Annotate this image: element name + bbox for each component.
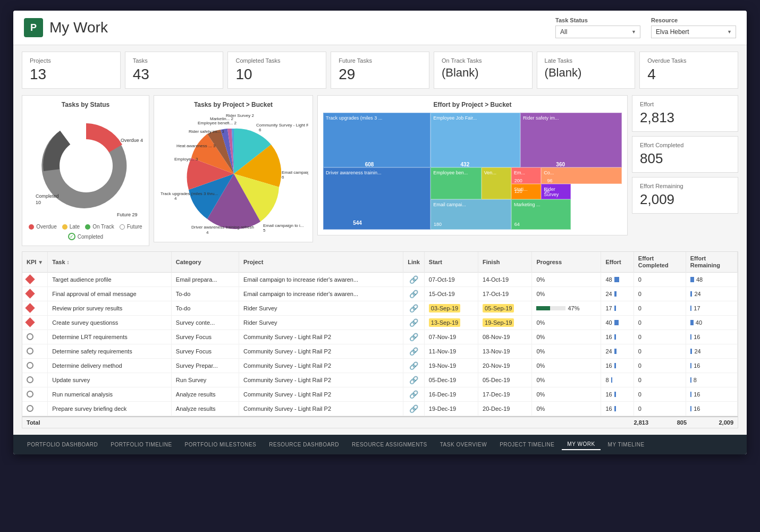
task-sort-icon[interactable]: ↕ [67, 259, 70, 265]
link-cell[interactable]: 🔗 [403, 330, 425, 344]
col-start[interactable]: Start [424, 252, 478, 273]
kpi-sort-icon[interactable]: ▼ [38, 259, 43, 265]
pie-label-2b: 6 [282, 175, 284, 180]
col-task[interactable]: Task ↕ [48, 252, 172, 273]
task-status-filter-group: Task Status All [555, 17, 640, 38]
link-cell[interactable]: 🔗 [403, 316, 425, 330]
task-status-label: Task Status [555, 17, 640, 23]
link-icon[interactable]: 🔗 [409, 376, 418, 384]
treemap-val-10: 120 [514, 189, 522, 194]
kpi-completed-tasks: Completed Tasks 10 [227, 52, 326, 89]
finish-date: 05-Dec-19 [483, 377, 510, 383]
link-icon[interactable]: 🔗 [409, 404, 418, 413]
progress-cell-wrap: 0% [532, 273, 601, 287]
tab-portfolio-dashboard[interactable]: PORTFOLIO DASHBOARD [22, 440, 103, 450]
link-icon[interactable]: 🔗 [409, 361, 418, 370]
progress-zero: 0% [536, 319, 545, 326]
treemap-cell-6-label: Ven... [484, 170, 496, 175]
treemap-cell-3[interactable]: Rider safety im... [520, 113, 622, 167]
effort-completed-cell: 0 [634, 373, 686, 387]
col-link[interactable]: Link [403, 252, 425, 273]
kpi-future-tasks-label: Future Tasks [339, 57, 421, 64]
treemap-cell-6[interactable]: Ven... [482, 167, 511, 199]
finish-cell: 08-Nov-19 [478, 330, 532, 344]
task-status-select[interactable]: All [555, 26, 640, 38]
finish-date: 20-Dec-19 [483, 406, 510, 412]
task-cell: Final approval of email message [48, 287, 172, 301]
footer-effort-remaining: 2,009 [691, 419, 733, 426]
tab-portfolio-milestones[interactable]: PORTFOLIO MILESTONES [180, 440, 262, 450]
link-icon[interactable]: 🔗 [409, 275, 418, 284]
col-finish[interactable]: Finish [478, 252, 532, 273]
progress-cell-wrap: 0% [532, 373, 601, 387]
effort-remaining-val: 16 [694, 334, 700, 340]
link-icon[interactable]: 🔗 [409, 333, 418, 341]
donut-chart-svg: Overdue 4 Completed 10 Future 29 [28, 113, 145, 219]
treemap-container: Track upgrades (miles 3 ... Employee Job… [323, 113, 622, 230]
progress-cell-wrap: 47% [532, 301, 601, 316]
legend-ontrack[interactable]: On Track [85, 224, 114, 230]
link-cell[interactable]: 🔗 [403, 387, 425, 402]
table-footer: Total 2,813 805 2,009 [22, 416, 738, 428]
link-cell[interactable]: 🔗 [403, 373, 425, 387]
link-icon[interactable]: 🔗 [409, 304, 418, 313]
effort-remaining-val: 17 [694, 305, 700, 311]
col-effort[interactable]: Effort [601, 252, 634, 273]
tab-project-timeline[interactable]: PROJECT TIMELINE [494, 440, 560, 450]
progress-fill [536, 306, 550, 310]
treemap-cell-4[interactable]: Driver awareness trainin... [323, 167, 430, 230]
legend-completed[interactable]: ✓ Completed [68, 233, 103, 240]
link-icon[interactable]: 🔗 [409, 318, 418, 327]
header-left: P My Work [24, 18, 108, 37]
kpi-future-tasks: Future Tasks 29 [331, 52, 429, 89]
treemap-val-11: 96 [544, 189, 550, 194]
link-cell[interactable]: 🔗 [403, 402, 425, 416]
link-icon[interactable]: 🔗 [409, 390, 418, 399]
col-progress[interactable]: Progress [532, 252, 601, 273]
link-cell[interactable]: 🔗 [403, 359, 425, 373]
tab-resource-dashboard[interactable]: RESOURCE DASHBOARD [264, 440, 344, 450]
progress-pct: 47% [568, 305, 579, 311]
treemap-cell-8[interactable]: Co... [541, 167, 622, 184]
treemap-cell-2[interactable]: Employee Job Fair... [430, 113, 520, 167]
col-kpi[interactable]: KPI ▼ [22, 252, 48, 273]
project-cell: Rider Survey [239, 301, 403, 316]
kpi-projects-label: Projects [30, 57, 113, 64]
resource-select[interactable]: Elva Hebert [651, 26, 736, 38]
task-status-select-wrapper[interactable]: All [555, 26, 640, 38]
kpi-row: Projects 13 Tasks 43 Completed Tasks 10 … [22, 52, 738, 89]
effort-remaining-cell: 24 [686, 287, 737, 301]
effort-cell-wrap: 16 [601, 402, 634, 416]
future-legend-label: Future [127, 224, 142, 230]
progress-zero: 0% [536, 377, 545, 383]
legend-overdue[interactable]: Overdue [29, 224, 56, 230]
treemap-cell-9[interactable]: Email campai... [430, 199, 511, 230]
treemap-cell-1[interactable]: Track upgrades (miles 3 ... [323, 113, 430, 167]
tab-resource-assignments[interactable]: RESOURCE ASSIGNMENTS [347, 440, 433, 450]
legend-late[interactable]: Late [62, 224, 80, 230]
col-category[interactable]: Category [171, 252, 239, 273]
legend-future[interactable]: Future [120, 224, 142, 230]
effort-remaining-bar [690, 349, 693, 354]
link-cell[interactable]: 🔗 [403, 273, 425, 287]
col-project[interactable]: Project [239, 252, 403, 273]
link-icon[interactable]: 🔗 [409, 347, 418, 356]
tab-my-work[interactable]: MY WORK [562, 439, 600, 450]
col-effort-completed[interactable]: EffortCompleted [634, 252, 686, 273]
effort-cell: 40 [605, 319, 629, 326]
col-effort-remaining[interactable]: EffortRemaining [686, 252, 737, 273]
effort-completed-cell: 0 [634, 287, 686, 301]
tab-task-overview[interactable]: TASK OVERVIEW [435, 440, 492, 450]
pie-label-4b: 4 [206, 230, 209, 235]
treemap-cell-5[interactable]: Employee ben... [430, 167, 482, 199]
resource-select-wrapper[interactable]: Elva Hebert [651, 26, 736, 38]
tab-my-timeline[interactable]: MY TIMELINE [603, 440, 650, 450]
treemap-cell-12[interactable]: Marketing ... [511, 199, 571, 230]
link-cell[interactable]: 🔗 [403, 301, 425, 316]
link-cell[interactable]: 🔗 [403, 344, 425, 359]
tab-portfolio-timeline[interactable]: PORTFOLIO TIMELINE [105, 440, 177, 450]
link-cell[interactable]: 🔗 [403, 287, 425, 301]
link-icon[interactable]: 🔗 [409, 290, 418, 298]
late-dot [62, 224, 67, 230]
task-cell: Update survey [48, 373, 172, 387]
